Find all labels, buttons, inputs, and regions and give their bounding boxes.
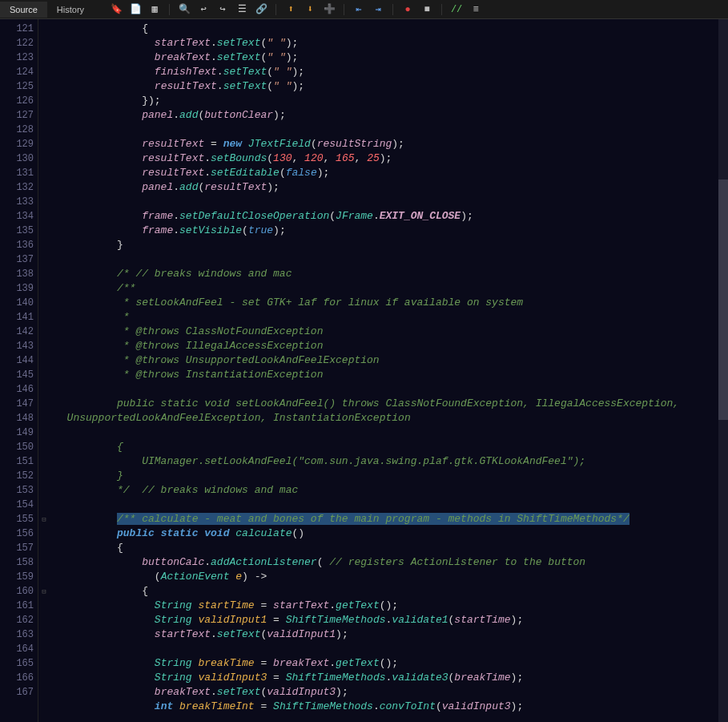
code-line[interactable]: * @throws UnsupportedLookAndFeelExceptio… (54, 353, 718, 368)
list-icon[interactable]: ☰ (235, 3, 248, 16)
code-line[interactable] (54, 498, 718, 512)
code-line[interactable]: frame.setVisible(true); (54, 224, 718, 238)
link-icon[interactable]: 🔗 (255, 3, 267, 16)
code-line[interactable]: (ActionEvent e) -> (54, 570, 718, 584)
code-line[interactable]: * @throws InstantiationException (54, 368, 718, 382)
vertical-scrollbar[interactable] (718, 19, 728, 722)
code-line[interactable]: { (54, 22, 718, 36)
code-line[interactable]: resultText.setEditable(false); (54, 166, 718, 180)
code-line[interactable]: public static void setLookAndFeel() thro… (54, 397, 718, 411)
code-line[interactable]: panel.add(buttonClear); (54, 108, 718, 123)
code-line[interactable]: { (54, 440, 718, 454)
layout-icon[interactable]: ▦ (148, 3, 161, 16)
code-line[interactable]: resultText.setBounds(130, 120, 165, 25); (54, 151, 718, 166)
code-line[interactable]: startText.setText(validInput1); (54, 627, 718, 642)
indent-right-icon[interactable]: ⇥ (372, 3, 384, 16)
code-line[interactable]: /** calculate - meat and bones of the ma… (54, 512, 718, 526)
code-line[interactable]: resultText = new JTextField(resultString… (54, 137, 718, 151)
code-line[interactable]: buttonCalc.addActionListener( // registe… (54, 555, 718, 570)
tab-source[interactable]: Source (0, 2, 47, 18)
code-line[interactable] (54, 123, 718, 137)
code-line[interactable]: startText.setText(" "); (54, 36, 718, 50)
code-line[interactable]: * @throws IllegalAccessException (54, 339, 718, 353)
code-line[interactable]: resultText.setText(" "); (54, 79, 718, 94)
arrow-right-icon[interactable]: ↪ (216, 3, 229, 16)
line-gutter: 1211221231241251261271281291301311321331… (0, 19, 38, 722)
code-line[interactable] (54, 382, 718, 397)
code-line[interactable] (54, 252, 718, 267)
code-line[interactable]: */ // breaks windows and mac (54, 483, 718, 498)
code-line[interactable]: { (54, 584, 718, 599)
indent-left-icon[interactable]: ⇤ (352, 3, 365, 16)
code-line[interactable]: public static void calculate() (54, 526, 718, 541)
up-icon[interactable]: ⬆ (284, 3, 297, 16)
down-icon[interactable]: ⬇ (304, 3, 316, 16)
code-line[interactable]: panel.add(resultText); (54, 180, 718, 195)
plus-icon[interactable]: ➕ (323, 3, 336, 16)
bookmark-icon[interactable]: 🔖 (110, 3, 123, 16)
code-line[interactable]: * (54, 310, 718, 325)
stop-icon[interactable]: ■ (420, 3, 433, 16)
scroll-thumb[interactable] (718, 179, 728, 420)
code-line[interactable]: breakText.setText(validInput3); (54, 685, 718, 700)
code-line[interactable] (54, 426, 718, 440)
code-line[interactable] (54, 195, 718, 209)
code-line[interactable] (54, 642, 718, 656)
editor[interactable]: 1211221231241251261271281291301311321331… (0, 19, 728, 722)
code-line[interactable]: frame.setDefaultCloseOperation(JFrame.EX… (54, 209, 718, 224)
code-area[interactable]: { startText.setText(" "); breakText.setT… (50, 19, 718, 722)
code-line[interactable]: { (54, 541, 718, 555)
code-line[interactable]: UnsupportedLookAndFeelException, Instant… (54, 411, 718, 426)
toolbar-icons: 🔖📄▦🔍↩↪☰🔗⬆⬇➕⇤⇥●■//≡ (94, 3, 482, 16)
code-line[interactable]: int breakTimeInt = ShiftTimeMethods.conv… (54, 700, 718, 714)
code-line[interactable]: UIManager.setLookAndFeel("com.sun.java.s… (54, 454, 718, 469)
code-line[interactable]: String validInput1 = ShiftTimeMethods.va… (54, 613, 718, 627)
code-line[interactable]: * setLookAndFeel - set GTK+ laf for linu… (54, 296, 718, 310)
code-line[interactable]: /** (54, 281, 718, 296)
code-line[interactable]: } (54, 469, 718, 483)
code-line[interactable]: breakText.setText(" "); (54, 50, 718, 65)
code-line[interactable]: String breakTime = breakText.getText(); (54, 656, 718, 671)
code-line[interactable]: * @throws ClassNotFoundException (54, 325, 718, 339)
zoom-icon[interactable]: 🔍 (178, 3, 191, 16)
slashes-icon[interactable]: // (450, 3, 463, 16)
code-line[interactable]: String startTime = startText.getText(); (54, 599, 718, 613)
main-toolbar: Source History 🔖📄▦🔍↩↪☰🔗⬆⬇➕⇤⇥●■//≡ (0, 0, 728, 19)
code-line[interactable]: } (54, 238, 718, 252)
code-line[interactable]: finishText.setText(" "); (54, 65, 718, 79)
tab-history[interactable]: History (47, 2, 94, 18)
code-line[interactable]: String validInput3 = ShiftTimeMethods.va… (54, 671, 718, 685)
code-line[interactable]: /* // breaks windows and mac (54, 267, 718, 281)
eq-icon[interactable]: ≡ (469, 3, 482, 16)
record-icon[interactable]: ● (401, 3, 414, 16)
fold-column[interactable]: ⊟⊟ (38, 19, 50, 722)
page-icon[interactable]: 📄 (129, 3, 142, 16)
arrow-left-icon[interactable]: ↩ (197, 3, 210, 16)
code-line[interactable]: }); (54, 94, 718, 108)
